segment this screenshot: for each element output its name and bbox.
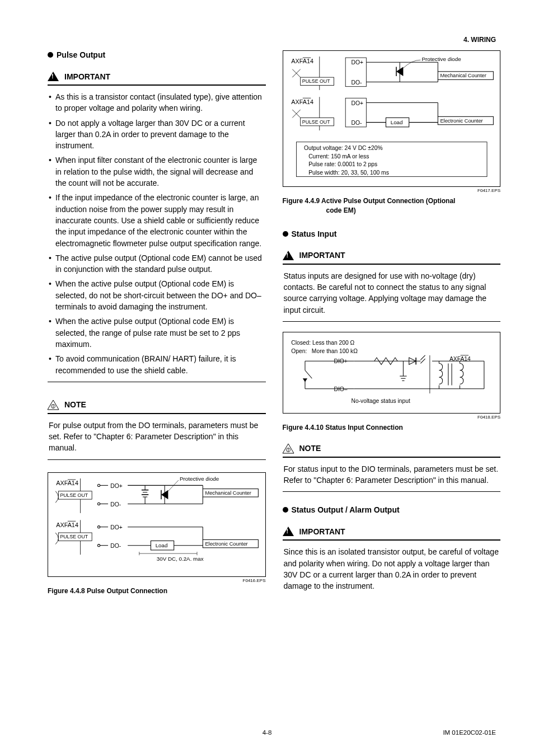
bullet-item: When the active pulse output (Optional c… bbox=[49, 316, 264, 350]
warning-icon bbox=[283, 527, 294, 536]
bullet-item: If the input impedance of the electronic… bbox=[49, 192, 264, 248]
page-footer: 4-8 IM 01E20C02-01E bbox=[0, 729, 534, 736]
note-block-pulse: NOTE For pulse output from the DO termin… bbox=[48, 398, 266, 460]
svg-text:AXFA14: AXFA14 bbox=[291, 58, 313, 64]
note-icon bbox=[48, 400, 59, 410]
svg-text:Load: Load bbox=[156, 542, 168, 548]
bullet-icon bbox=[283, 231, 288, 237]
heading-text: Status Input bbox=[292, 229, 337, 238]
important-bullet-list: As this is a transistor contact (insulat… bbox=[48, 91, 266, 376]
divider bbox=[283, 491, 501, 492]
heading-text: Status Output / Alarm Output bbox=[292, 505, 400, 514]
divider bbox=[283, 321, 501, 322]
note-block-status-input: NOTE For status input to the DIO termina… bbox=[283, 442, 501, 492]
section-header: 4. WIRING bbox=[463, 36, 496, 44]
figure-448-diagram: AXFA14 PULSE OUT DO+ DO- bbox=[53, 478, 261, 571]
svg-text:Protective diode: Protective diode bbox=[180, 476, 219, 482]
status-input-heading: Status Input bbox=[283, 229, 501, 238]
svg-text:Output voltage: 24 V DC ±20%: Output voltage: 24 V DC ±20% bbox=[303, 145, 382, 151]
important-block-status-output: IMPORTANT Since this is an isolated tran… bbox=[283, 524, 501, 591]
svg-text:PULSE OUT: PULSE OUT bbox=[60, 492, 88, 498]
svg-point-41 bbox=[97, 544, 100, 546]
figure-449-title: Figure 4.4.9 Active Pulse Output Connect… bbox=[283, 196, 501, 214]
note-body: For status input to the DIO terminals, p… bbox=[283, 463, 501, 486]
bullet-item: When the active pulse output (Optional c… bbox=[49, 278, 264, 312]
note-icon bbox=[283, 444, 294, 453]
svg-text:DO+: DO+ bbox=[351, 100, 363, 106]
svg-text:PULSE OUT: PULSE OUT bbox=[60, 534, 88, 539]
svg-text:Closed: Less than 200 Ω: Closed: Less than 200 Ω bbox=[291, 340, 354, 346]
warning-icon bbox=[283, 251, 294, 260]
doc-id: IM 01E20C02-01E bbox=[443, 729, 496, 736]
svg-text:No-voltage status input: No-voltage status input bbox=[351, 398, 410, 404]
svg-text:DIO+: DIO+ bbox=[334, 358, 347, 364]
svg-line-108 bbox=[305, 370, 311, 378]
svg-text:Electronic Counter: Electronic Counter bbox=[440, 118, 483, 124]
warning-icon bbox=[48, 72, 59, 81]
svg-text:DIO–: DIO– bbox=[334, 386, 347, 392]
important-header: IMPORTANT bbox=[283, 524, 501, 541]
figure-4410-title: Figure 4.4.10 Status Input Connection bbox=[283, 423, 501, 432]
important-body: Since this is an isolated transistor out… bbox=[283, 546, 501, 591]
svg-text:AXFA14: AXFA14 bbox=[291, 98, 313, 105]
note-body: For pulse output from the DO terminals, … bbox=[48, 420, 266, 454]
svg-text:AXFA14: AXFA14 bbox=[56, 480, 78, 486]
bullet-item: The active pulse output (Optional code E… bbox=[49, 252, 264, 275]
svg-text:PULSE OUT: PULSE OUT bbox=[302, 78, 330, 84]
figure-4410-eps: F0418.EPS bbox=[283, 415, 501, 420]
bullet-icon bbox=[48, 52, 53, 58]
pulse-output-heading: Pulse Output bbox=[48, 50, 266, 59]
svg-point-40 bbox=[97, 525, 100, 528]
figure-4410-diagram: Closed: Less than 200 Ω Open: More than … bbox=[288, 338, 496, 407]
heading-text: Pulse Output bbox=[57, 50, 105, 59]
svg-text:DO+: DO+ bbox=[110, 524, 122, 530]
figure-449-eps: F0417.EPS bbox=[283, 188, 501, 193]
important-header: IMPORTANT bbox=[48, 69, 266, 86]
important-label: IMPORTANT bbox=[299, 251, 345, 260]
left-column: Pulse Output IMPORTANT As this is a tran… bbox=[48, 50, 266, 599]
important-header: IMPORTANT bbox=[283, 248, 501, 265]
svg-text:DO+: DO+ bbox=[110, 482, 122, 489]
bullet-icon bbox=[283, 507, 288, 513]
page-number: 4-8 bbox=[263, 729, 272, 736]
figure-448-eps: F0416.EPS bbox=[48, 578, 266, 583]
note-label: NOTE bbox=[299, 444, 321, 453]
note-label: NOTE bbox=[64, 400, 86, 409]
svg-text:Pulse rate: 0.0001 to 2 pps: Pulse rate: 0.0001 to 2 pps bbox=[308, 161, 377, 167]
figure-448-title: Figure 4.4.8 Pulse Output Connection bbox=[48, 586, 266, 595]
svg-text:Mechanical Counter: Mechanical Counter bbox=[205, 490, 251, 496]
note-header: NOTE bbox=[48, 398, 266, 414]
svg-text:PULSE OUT: PULSE OUT bbox=[302, 119, 330, 125]
svg-text:AXFA14: AXFA14 bbox=[56, 521, 78, 528]
important-label: IMPORTANT bbox=[299, 527, 345, 536]
svg-rect-99 bbox=[354, 359, 486, 393]
svg-text:DO-: DO- bbox=[351, 79, 362, 86]
svg-text:Mechanical Counter: Mechanical Counter bbox=[440, 73, 486, 78]
note-header: NOTE bbox=[283, 442, 501, 458]
figure-449-title-b: code EM) bbox=[283, 206, 501, 215]
svg-text:Current: 150 mA or less: Current: 150 mA or less bbox=[308, 153, 369, 159]
bullet-item: As this is a transistor contact (insulat… bbox=[49, 91, 264, 114]
svg-text:Protective diode: Protective diode bbox=[421, 56, 461, 62]
svg-text:Open:   More than 100 kΩ: Open: More than 100 kΩ bbox=[291, 348, 358, 354]
divider bbox=[48, 382, 266, 382]
svg-text:30V DC, 0.2A. max: 30V DC, 0.2A. max bbox=[157, 555, 204, 561]
svg-text:DO-: DO- bbox=[110, 501, 121, 507]
svg-point-13 bbox=[97, 503, 100, 505]
svg-text:Pulse width: 20, 33, 50, 100 m: Pulse width: 20, 33, 50, 100 ms bbox=[308, 170, 389, 176]
svg-text:DO-: DO- bbox=[351, 120, 362, 126]
important-body: Status inputs are designed for use with … bbox=[283, 270, 501, 316]
figure-448-box: AXFA14 PULSE OUT DO+ DO- bbox=[48, 472, 266, 577]
important-block-status-input: IMPORTANT Status inputs are designed for… bbox=[283, 248, 501, 322]
svg-text:DO-: DO- bbox=[110, 543, 121, 549]
figure-4410-box: Closed: Less than 200 Ω Open: More than … bbox=[283, 332, 501, 414]
figure-449-title-a: Figure 4.4.9 Active Pulse Output Connect… bbox=[283, 197, 456, 205]
two-column-layout: Pulse Output IMPORTANT As this is a tran… bbox=[48, 50, 500, 599]
important-block-pulse: IMPORTANT As this is a transistor contac… bbox=[48, 69, 266, 382]
svg-text:Electronic Counter: Electronic Counter bbox=[205, 541, 247, 546]
bullet-item: When input filter constant of the electr… bbox=[49, 154, 264, 189]
figure-449-box: AXFA14 PULSE OUT DO+ DO- Protective diod… bbox=[283, 50, 501, 187]
bullet-item: To avoid communication (BRAIN/ HART) fai… bbox=[49, 353, 264, 376]
status-output-heading: Status Output / Alarm Output bbox=[283, 505, 501, 514]
svg-marker-109 bbox=[302, 378, 307, 382]
